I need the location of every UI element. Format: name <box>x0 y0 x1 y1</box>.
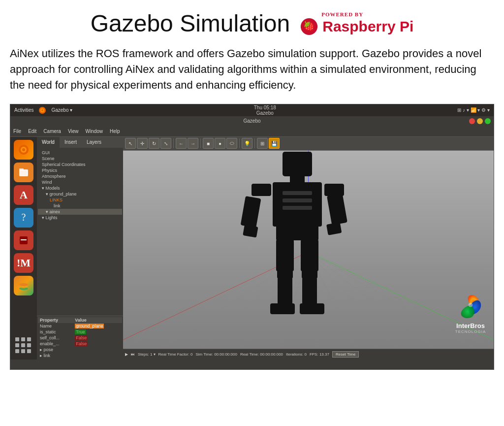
tree-physics[interactable]: Physics <box>38 167 122 173</box>
menu-edit[interactable]: Edit <box>28 129 36 134</box>
page-title: Gazebo Simulation <box>91 10 290 37</box>
prop-selfcoll-value: False <box>73 335 122 341</box>
tree-gui[interactable]: GUI <box>38 150 122 156</box>
prop-row-enable: enable_... False <box>38 341 122 347</box>
status-fps: FPS: 13.37 <box>310 352 329 357</box>
gazebo-window: Gazebo File Edit Camera View Window Help <box>10 116 494 369</box>
topbar-center: Thu 05:18 Gazebo <box>254 105 276 116</box>
activities-label[interactable]: Activities <box>14 107 33 113</box>
tree-link[interactable]: link <box>38 203 122 209</box>
minimize-button[interactable] <box>477 118 483 124</box>
svg-rect-37 <box>273 182 322 227</box>
svg-point-56 <box>469 302 473 307</box>
topbar-right: ⊞ ♪ ▾ 📶 ▾ ⚙ ▾ <box>457 107 490 113</box>
tree-ainex[interactable]: ▾ ainex <box>38 209 122 215</box>
tab-insert[interactable]: Insert <box>60 137 82 148</box>
tab-layers[interactable]: Layers <box>82 137 106 148</box>
menu-camera[interactable]: Camera <box>43 129 61 134</box>
tree-atmosphere[interactable]: Atmosphere <box>38 173 122 179</box>
status-pause[interactable]: ⏭ <box>131 352 135 357</box>
launcher-exclaim[interactable]: !M <box>14 253 33 273</box>
gazebo-titlebar: Gazebo <box>10 116 494 126</box>
svg-rect-36 <box>290 175 305 183</box>
toolbar-undo[interactable]: ← <box>176 138 187 149</box>
svg-rect-53 <box>283 191 312 195</box>
launcher-help[interactable]: ? <box>14 208 33 228</box>
launcher-firefox[interactable] <box>14 140 33 160</box>
menu-view[interactable]: View <box>68 129 79 134</box>
toolbar-sphere[interactable]: ● <box>215 138 225 149</box>
ubuntu-topbar: Activities Gazebo ▾ Thu 05:18 Gazebo ⊞ ♪… <box>10 104 494 116</box>
prop-link-section[interactable]: ▸ link <box>38 353 122 359</box>
status-realtime: Real Time: 00:00:00:000 <box>240 352 283 357</box>
launcher-red1[interactable] <box>14 230 33 250</box>
svg-rect-38 <box>252 184 271 196</box>
tree-models[interactable]: ▾ Models <box>38 185 122 191</box>
svg-rect-44 <box>276 226 318 240</box>
prop-name-label: Name <box>38 323 73 329</box>
tree-scene[interactable]: Scene <box>38 156 122 162</box>
svg-point-14 <box>19 283 28 286</box>
interbros-subtitle: TECNOLOGIA <box>453 329 488 334</box>
toolbar-snap[interactable]: ⊞ <box>257 138 268 149</box>
svg-rect-42 <box>327 193 347 225</box>
tree-links[interactable]: LINKS <box>38 197 122 203</box>
header-row: Gazebo Simulation POWERED BY 🍓 Raspberry… <box>10 10 494 37</box>
gazebo-screenshot: Activities Gazebo ▾ Thu 05:18 Gazebo ⊞ ♪… <box>10 104 494 370</box>
toolbar-sep2 <box>200 138 201 148</box>
robot-silhouette <box>241 152 354 319</box>
toolbar-rotate[interactable]: ↻ <box>149 138 159 149</box>
svg-rect-39 <box>241 196 261 228</box>
close-button[interactable] <box>469 118 475 124</box>
launcher-files[interactable] <box>14 163 33 182</box>
toolbar-cylinder[interactable]: ⬭ <box>226 138 237 149</box>
toolbar-sep1 <box>173 138 174 148</box>
tree-ground-plane[interactable]: ▾ ground_plane <box>38 191 122 197</box>
prop-static-label: is_static <box>38 329 73 335</box>
status-steps: Steps: 1 ▾ <box>138 352 156 357</box>
prop-row-linkitem: ▸ link <box>38 353 122 359</box>
topbar-time: Thu 05:18 <box>254 105 276 110</box>
toolbar-light[interactable]: 💡 <box>242 138 252 149</box>
prop-header-property: Property <box>38 317 73 323</box>
prop-name-value: ground_plane <box>73 323 122 329</box>
prop-row-pose: ▸ pose <box>38 347 122 353</box>
toolbar-scale[interactable]: ⤡ <box>160 138 171 149</box>
menu-window[interactable]: Window <box>85 129 103 134</box>
property-table: Property Value Name ground_plane <box>38 317 122 359</box>
interbros-logo: InterBros TECNOLOGIA <box>453 289 488 334</box>
tab-world[interactable]: World <box>37 137 60 148</box>
gazebo-toolbar: ↖ ✛ ↻ ⤡ ← → ■ ● ⬭ 💡 ⊞ <box>123 137 494 151</box>
toolbar-box[interactable]: ■ <box>203 138 214 149</box>
launcher-a-icon[interactable]: A <box>14 185 33 205</box>
launcher-grid-icon[interactable] <box>14 336 33 356</box>
toolbar-select[interactable]: ↖ <box>125 138 136 149</box>
toolbar-save[interactable]: 💾 <box>269 138 280 149</box>
launcher-layers[interactable] <box>14 276 33 295</box>
toolbar-translate[interactable]: ✛ <box>137 138 148 149</box>
topbar-left: Activities Gazebo ▾ <box>14 106 72 114</box>
prop-row-static: is_static True <box>38 329 122 335</box>
tree-lights[interactable]: ▾ Lights <box>38 215 122 221</box>
reset-time-button[interactable]: Reset Time <box>332 351 359 358</box>
svg-rect-47 <box>278 278 292 305</box>
menu-file[interactable]: File <box>13 129 21 134</box>
status-play[interactable]: ▶ <box>125 352 128 357</box>
toolbar-redo[interactable]: → <box>188 138 198 149</box>
prop-row-selfcoll: self_coll... False <box>38 335 122 341</box>
maximize-button[interactable] <box>485 118 491 124</box>
menu-help[interactable]: Help <box>110 129 120 134</box>
gazebo-topbar-label[interactable]: Gazebo ▾ <box>51 107 72 113</box>
tree-wind[interactable]: Wind <box>38 179 122 185</box>
tree-spherical[interactable]: Spherical Coordinates <box>38 162 122 167</box>
window-buttons <box>469 118 491 124</box>
prop-pose-section[interactable]: ▸ pose <box>38 347 122 353</box>
raspberry-pi-label: Raspberry Pi <box>322 18 413 35</box>
gazebo-viewport[interactable]: InterBros TECNOLOGIA <box>123 151 494 349</box>
svg-rect-54 <box>283 198 312 202</box>
page-container: Gazebo Simulation POWERED BY 🍓 Raspberry… <box>0 0 504 426</box>
svg-rect-43 <box>326 222 342 235</box>
ubuntu-launcher: A ? !M <box>10 137 37 360</box>
svg-rect-45 <box>276 239 294 271</box>
property-panel: Property Value Name ground_plane <box>37 316 123 360</box>
